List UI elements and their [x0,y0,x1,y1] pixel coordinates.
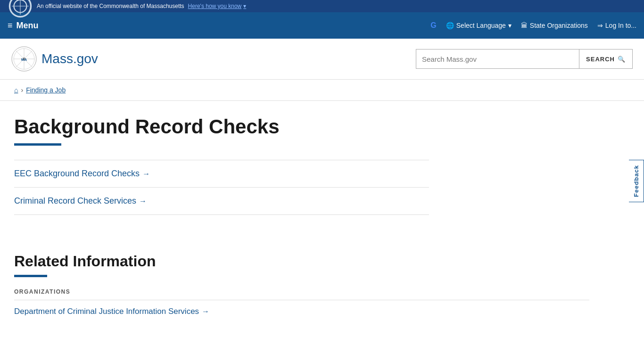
arrow-icon: → [142,170,150,178]
massgov-logo-link[interactable]: MA Mass.gov [11,46,98,72]
language-chevron-icon: ▾ [508,22,512,29]
dcjis-link-text: Department of Criminal Justice Informati… [14,307,199,316]
search-form: SEARCH 🔍 [416,49,633,69]
related-info-heading: Related Information [14,253,589,270]
feedback-label: Feedback [633,165,640,197]
list-item: Department of Criminal Justice Informati… [14,300,589,323]
google-translate-link[interactable]: G [430,21,436,30]
related-information-section: Related Information ORGANIZATIONS Depart… [0,253,603,342]
list-item: EEC Background Record Checks → [14,160,429,187]
list-item: Criminal Record Check Services → [14,187,429,215]
state-orgs-label: State Organizations [530,22,588,29]
page-title: Background Record Checks [14,115,599,139]
official-website-text: An official website of the Commonwealth … [37,3,184,9]
main-navigation: ≡ Menu G 🌐 Select Language ▾ 🏛 State Org… [0,12,644,39]
menu-label: Menu [17,21,39,31]
breadcrumb-finding-job-text: Finding a Job [26,86,66,94]
search-button-label: SEARCH [586,56,615,63]
arrow-icon: → [202,307,209,316]
how-you-know-link[interactable]: Here's how you know ▾ [188,3,247,9]
svg-text:MA: MA [21,58,27,62]
breadcrumb-separator: › [21,86,23,94]
google-g-icon: G [430,21,436,30]
eec-background-checks-link[interactable]: EEC Background Record Checks → [14,169,429,179]
search-button[interactable]: SEARCH 🔍 [579,49,632,68]
page-links-section: EEC Background Record Checks → Criminal … [14,160,429,215]
main-content: Background Record Checks EEC Background … [0,101,613,253]
state-orgs-link[interactable]: 🏛 State Organizations [521,22,588,29]
criminal-record-check-link[interactable]: Criminal Record Check Services → [14,196,429,206]
section-underline-decoration [14,275,47,277]
criminal-link-text: Criminal Record Check Services [14,196,136,206]
login-arrow-icon: ⇒ [597,22,603,29]
hamburger-icon: ≡ [8,21,13,31]
search-input[interactable] [416,49,579,68]
title-underline-decoration [14,143,61,146]
state-seal-small-icon [8,0,33,19]
home-icon: ⌂ [14,86,18,94]
massgov-logo-text: Mass.gov [41,51,98,66]
menu-button[interactable]: ≡ Menu [8,21,39,31]
arrow-icon: → [139,197,147,206]
dcjis-link[interactable]: Department of Criminal Justice Informati… [14,307,589,316]
breadcrumb-home-link[interactable]: ⌂ [14,86,18,94]
log-in-link[interactable]: ⇒ Log In to... [597,22,636,29]
chevron-down-icon: ▾ [243,3,246,9]
eec-link-text: EEC Background Record Checks [14,169,140,179]
top-banner: An official website of the Commonwealth … [0,0,644,12]
massgov-seal-icon: MA [11,46,37,72]
select-language-link[interactable]: 🌐 Select Language ▾ [446,22,512,29]
breadcrumb-finding-job-link[interactable]: Finding a Job [26,86,66,94]
search-icon: 🔍 [618,56,626,63]
site-header: MA Mass.gov SEARCH 🔍 [0,39,644,80]
organizations-label: ORGANIZATIONS [14,288,589,295]
select-language-label: Select Language [456,22,506,29]
globe-icon: 🌐 [446,22,454,29]
nav-right-actions: G 🌐 Select Language ▾ 🏛 State Organizati… [430,21,636,30]
feedback-tab[interactable]: Feedback [629,160,644,202]
log-in-label: Log In to... [605,22,636,29]
breadcrumb: ⌂ › Finding a Job [0,80,644,101]
building-icon: 🏛 [521,22,528,29]
